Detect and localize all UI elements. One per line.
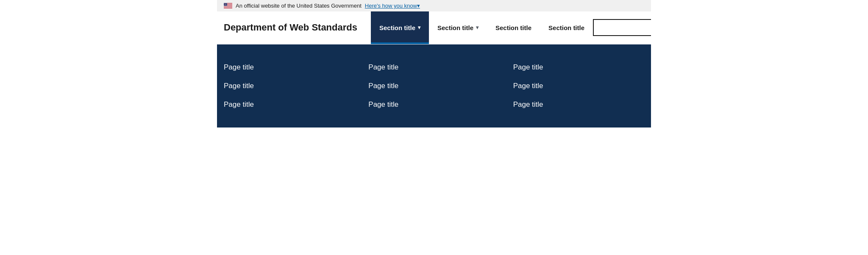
gov-banner-link[interactable]: Here's how you know▾ [365,3,420,9]
mega-menu-column-2: Page title Page title Page title [368,58,499,114]
mega-menu-column-1: Page title Page title Page title [224,58,355,114]
svg-rect-4 [224,6,232,6]
nav-item-section-2[interactable]: Section title ▾ [429,11,487,44]
search-input[interactable] [593,19,651,36]
mega-menu: Page title Page title Page title Page ti… [217,44,651,128]
nav-item-section-1[interactable]: Section title ▾ [371,11,429,44]
chevron-down-icon: ▾ [476,25,479,30]
primary-nav: Section title ▾ Section title ▾ Section … [371,11,593,44]
chevron-down-icon: ▾ [418,25,420,30]
nav-item-section-4[interactable]: Section title [540,11,593,44]
mega-menu-link[interactable]: Page title [368,58,499,77]
mega-menu-link[interactable]: Page title [513,58,644,77]
gov-banner-text: An official website of the United States… [236,3,362,9]
mega-menu-link[interactable]: Page title [224,58,355,77]
gov-banner: ★★★ ★★ ★★★ An official website of the Un… [217,0,651,11]
chevron-icon: ▾ [417,3,420,9]
mega-menu-column-3: Page title Page title Page title [513,58,644,114]
mega-menu-link[interactable]: Page title [513,77,644,95]
mega-menu-link[interactable]: Page title [368,95,499,114]
nav-item-section-3[interactable]: Section title [487,11,540,44]
svg-rect-6 [224,8,232,8]
mega-menu-link[interactable]: Page title [368,77,499,95]
mega-menu-link[interactable]: Page title [224,77,355,95]
mega-menu-link[interactable]: Page title [513,95,644,114]
site-title[interactable]: Department of Web Standards [224,11,371,44]
search-form [593,11,651,44]
mega-menu-link[interactable]: Page title [224,95,355,114]
site-header: Department of Web Standards Section titl… [217,11,651,44]
svg-rect-5 [224,7,232,7]
us-flag-icon: ★★★ ★★ ★★★ [224,3,232,8]
